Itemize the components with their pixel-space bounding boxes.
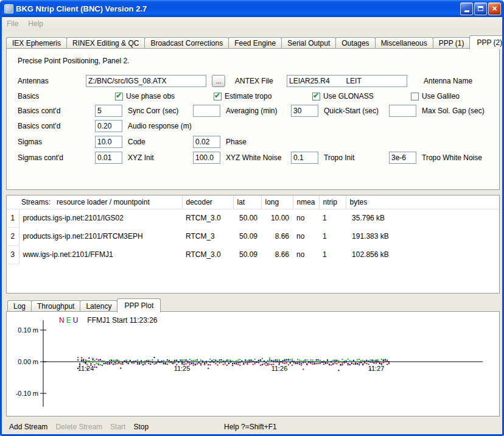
x-label-1126: 11:26 [271, 365, 288, 372]
stream-lat: 50.09 [233, 227, 261, 245]
tab-feed-engine[interactable]: Feed Engine [228, 37, 282, 49]
ppp-plot-pane: N E U FFMJ1 Start 11:23:26 0.10 m 0.00 m… [6, 311, 500, 417]
app-icon [4, 4, 13, 13]
sync-corr-input[interactable] [95, 105, 122, 117]
streams-header-mountpoint: Streams: resource loader / mountpoint [7, 195, 182, 209]
quick-start-input[interactable] [291, 105, 318, 117]
x-label-1127: 11:27 [368, 365, 385, 372]
antex-file-label: ANTEX File [235, 77, 287, 85]
stream-decoder: RTCM_3 [182, 227, 233, 245]
tab-throughput[interactable]: Throughput [31, 300, 80, 312]
main-tab-bar: IEX Ephemeris RINEX Editing & QC Broadca… [6, 35, 498, 49]
plot-legend: N E U FFMJ1 Start 11:23:26 [59, 316, 158, 325]
menu-help[interactable]: Help [23, 18, 48, 29]
max-sol-gap-input[interactable] [389, 105, 416, 117]
basics-contd-label: Basics cont'd [18, 107, 90, 115]
antex-browse-button[interactable]: ... [212, 75, 225, 87]
tab-log[interactable]: Log [7, 300, 32, 312]
tab-ppp-2[interactable]: PPP (2) [469, 35, 504, 49]
stream-row-number: 2 [7, 227, 19, 245]
antex-path-input[interactable] [86, 75, 206, 87]
sigmas-contd-label: Sigmas cont'd [18, 153, 90, 162]
tab-ppp-plot[interactable]: PPP Plot [117, 298, 161, 312]
stream-row-number: 3 [7, 245, 19, 264]
legend-north: N [59, 316, 65, 325]
sigma-code-label: Code [128, 138, 187, 146]
xyz-init-input[interactable] [95, 152, 122, 164]
tab-latency[interactable]: Latency [80, 300, 117, 312]
stream-bytes: 35.796 kB [346, 209, 499, 227]
stream-long: 8.66 [261, 245, 293, 264]
tab-ppp-1[interactable]: PPP (1) [433, 37, 471, 49]
close-button[interactable]: ✕ [488, 2, 501, 15]
streams-header-bytes: bytes [346, 195, 499, 209]
stream-row[interactable]: 1 products.igs-ip.net:2101/IGS02 RTCM_3.… [7, 209, 499, 227]
maximize-button[interactable] [474, 2, 487, 15]
stream-mountpoint: products.igs-ip.net:2101/RTCM3EPH [19, 227, 182, 245]
basics-contd2-label: Basics cont'd [18, 122, 90, 130]
basics-contd-row: Basics cont'd Sync Corr (sec) Averaging … [18, 104, 494, 118]
basics-contd2-row: Basics cont'd Audio response (m) [18, 119, 494, 133]
antenna-name-input[interactable] [287, 75, 407, 87]
use-phase-obs-checkbox[interactable] [115, 93, 123, 100]
use-glonass-checkbox[interactable] [312, 93, 320, 100]
estimate-tropo-checkbox[interactable] [214, 93, 222, 100]
xyz-white-noise-input[interactable] [193, 152, 220, 164]
sigma-code-input[interactable] [95, 136, 122, 148]
use-galileo-checkbox[interactable] [411, 93, 419, 100]
audio-response-input[interactable] [95, 120, 122, 132]
title-bar: BKG Ntrip Client (BNC) Version 2.7 ✕ [0, 0, 504, 17]
stream-mountpoint: www.igs-ip.net:2101/FFMJ1 [19, 245, 182, 264]
tropo-white-noise-label: Tropo White Noise [422, 153, 494, 162]
averaging-label: Averaging (min) [226, 107, 285, 115]
tab-outages[interactable]: Outages [335, 37, 375, 49]
antenna-name-label: Antenna Name [424, 77, 494, 85]
sync-corr-label: Sync Corr (sec) [128, 107, 187, 115]
sigmas-contd-row: Sigmas cont'd XYZ Init XYZ White Noise T… [18, 151, 494, 164]
close-icon: ✕ [492, 5, 497, 13]
legend-up: U [73, 316, 79, 325]
stream-bytes: 191.383 kB [346, 227, 499, 245]
menu-file[interactable]: File [2, 18, 23, 29]
help-shortcut-text: Help ?=Shift+F1 [224, 423, 277, 431]
tab-miscellaneous[interactable]: Miscellaneous [375, 37, 433, 49]
sigmas-row: Sigmas Code Phase [18, 135, 494, 149]
stream-lat: 50.00 [233, 209, 261, 227]
delete-stream-button[interactable]: Delete Stream [55, 423, 102, 431]
tropo-init-input[interactable] [291, 152, 318, 164]
menu-bar: File Help [2, 17, 502, 30]
estimate-tropo-label: Estimate tropo [225, 92, 271, 100]
ppp2-panel: Precise Point Positioning, Panel 2. Ante… [6, 48, 500, 190]
start-button[interactable]: Start [110, 423, 125, 431]
stream-decoder: RTCM_3.0 [182, 245, 233, 264]
add-stream-button[interactable]: Add Stream [9, 423, 47, 431]
tab-serial-output[interactable]: Serial Output [281, 37, 336, 49]
tab-rinex-ephemeris[interactable]: IEX Ephemeris [6, 37, 67, 49]
stream-nmea: no [293, 227, 319, 245]
xyz-init-label: XYZ Init [128, 153, 187, 162]
streams-header-ntrip: ntrip [319, 195, 346, 209]
stream-nmea: no [293, 209, 319, 227]
sigma-phase-input[interactable] [193, 136, 220, 148]
stream-row[interactable]: 3 www.igs-ip.net:2101/FFMJ1 RTCM_3.0 50.… [7, 245, 499, 264]
streams-header-lat: lat [233, 195, 261, 209]
tab-rinex-editing-qc[interactable]: RINEX Editing & QC [66, 37, 145, 49]
stop-button[interactable]: Stop [133, 423, 149, 431]
streams-panel: Streams: resource loader / mountpoint de… [6, 195, 500, 294]
stream-ntrip: 1 [319, 227, 346, 245]
y-label-000: 0.00 m [18, 358, 38, 365]
stream-row[interactable]: 2 products.igs-ip.net:2101/RTCM3EPH RTCM… [7, 227, 499, 245]
stream-ntrip: 1 [319, 209, 346, 227]
minimize-button[interactable] [460, 2, 473, 15]
x-label-1124: 11:24 [78, 365, 94, 372]
stream-lat: 50.09 [233, 245, 261, 264]
averaging-input[interactable] [193, 105, 220, 117]
max-sol-gap-label: Max Sol. Gap (sec) [422, 107, 494, 115]
stream-long: 8.66 [261, 227, 293, 245]
tropo-white-noise-input[interactable] [389, 152, 416, 164]
minimize-icon [464, 10, 469, 12]
plot-start-text: FFMJ1 Start 11:23:26 [87, 316, 157, 325]
basics-label: Basics [18, 92, 90, 100]
stream-bytes: 102.856 kB [346, 245, 499, 264]
tab-broadcast-corrections[interactable]: Broadcast Corrections [144, 37, 229, 49]
